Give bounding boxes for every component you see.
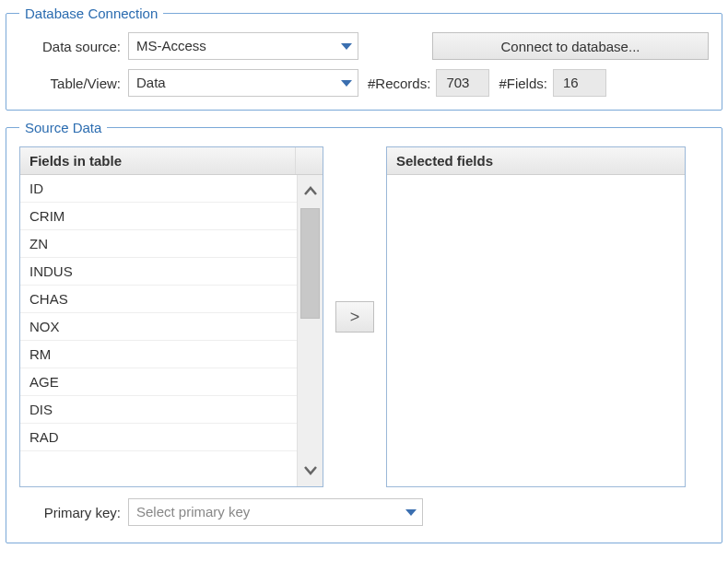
data-source-label: Data source:	[19, 39, 128, 54]
fields-in-table-header: Fields in table	[20, 147, 323, 175]
primary-key-combo[interactable]: Select primary key	[128, 498, 423, 526]
database-connection-group: Database Connection Data source: MS-Acce…	[6, 6, 722, 111]
list-item[interactable]: RM	[20, 341, 297, 368]
list-item[interactable]: RAD	[20, 424, 297, 451]
chevron-down-icon	[334, 70, 358, 96]
source-data-legend: Source Data	[19, 120, 107, 135]
table-view-value: Data	[129, 70, 334, 96]
records-label: #Records:	[368, 76, 430, 91]
connect-to-database-button[interactable]: Connect to database...	[432, 32, 709, 60]
list-item[interactable]: ZN	[20, 230, 297, 258]
table-view-label: Table/View:	[19, 76, 128, 91]
table-view-combo[interactable]: Data	[128, 69, 358, 97]
primary-key-label: Primary key:	[19, 505, 128, 520]
data-source-combo[interactable]: MS-Access	[128, 32, 358, 60]
column-resize-handle[interactable]	[295, 147, 323, 174]
chevron-down-icon	[398, 499, 422, 525]
transfer-column: >	[323, 146, 386, 487]
scroll-thumb[interactable]	[300, 208, 320, 319]
data-source-row: Data source: MS-Access Connect to databa…	[19, 32, 709, 60]
table-view-row: Table/View: Data #Records: 703 #Fields: …	[19, 69, 709, 97]
scroll-down-button[interactable]	[298, 453, 323, 486]
data-source-value: MS-Access	[129, 33, 334, 59]
chevron-up-icon	[303, 184, 318, 199]
scroll-track[interactable]	[298, 208, 323, 453]
selected-fields-header: Selected fields	[387, 147, 685, 175]
fields-items-container: IDCRIMZNINDUSCHASNOXRMAGEDISRAD	[20, 175, 297, 486]
list-item[interactable]: NOX	[20, 313, 297, 341]
primary-key-row: Primary key: Select primary key	[19, 498, 709, 526]
fields-label: #Fields:	[499, 76, 547, 91]
move-right-button[interactable]: >	[335, 301, 374, 333]
fields-scrollbar[interactable]	[297, 175, 323, 486]
records-value: 703	[436, 69, 489, 97]
fields-value: 16	[553, 69, 606, 97]
list-item[interactable]: AGE	[20, 368, 297, 396]
list-item[interactable]: ID	[20, 175, 297, 203]
database-connection-legend: Database Connection	[19, 6, 163, 21]
source-data-group: Source Data Fields in table IDCRIMZNINDU…	[6, 120, 722, 543]
list-item[interactable]: INDUS	[20, 258, 297, 286]
field-lists-container: Fields in table IDCRIMZNINDUSCHASNOXRMAG…	[19, 146, 709, 487]
primary-key-placeholder: Select primary key	[129, 499, 398, 525]
list-item[interactable]: CRIM	[20, 203, 297, 230]
scroll-up-button[interactable]	[298, 175, 323, 208]
chevron-down-icon	[303, 462, 318, 477]
fields-in-table-listbox[interactable]: Fields in table IDCRIMZNINDUSCHASNOXRMAG…	[19, 146, 323, 487]
list-item[interactable]: DIS	[20, 396, 297, 424]
selected-items-container	[387, 175, 685, 486]
selected-fields-listbox[interactable]: Selected fields	[386, 146, 686, 487]
list-item[interactable]: CHAS	[20, 286, 297, 313]
chevron-down-icon	[334, 33, 358, 59]
